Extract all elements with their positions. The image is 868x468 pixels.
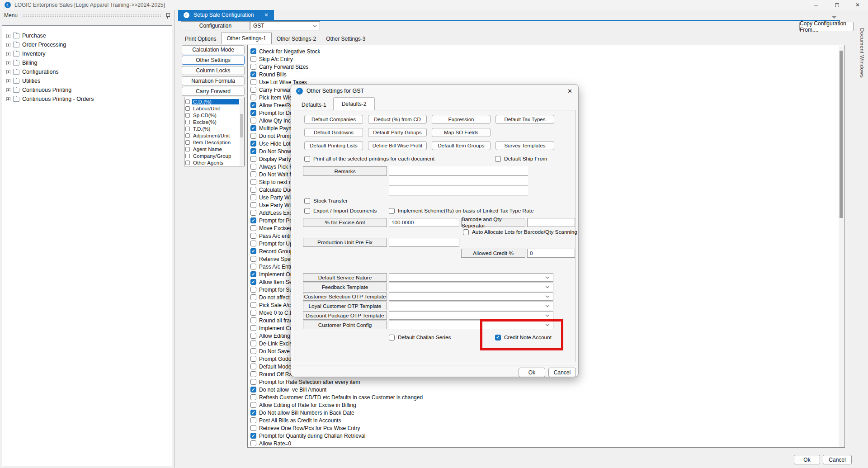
remarks-input-3[interactable]	[389, 186, 528, 195]
default-challan-series-checkbox-row[interactable]: Default Challan Series	[389, 334, 451, 340]
checkbox[interactable]	[250, 256, 256, 262]
production-prefix-input[interactable]	[389, 238, 459, 247]
tree-item[interactable]: Purchase	[6, 31, 172, 40]
carry-list-item[interactable]: Item Description	[185, 139, 239, 146]
carry-list-item[interactable]: Adjustment/Unit	[185, 132, 239, 139]
modal-action-button[interactable]: Default Party Groups	[368, 128, 427, 137]
checklist-row[interactable]: Prompt for Quantity during Challan Retri…	[250, 432, 837, 440]
scrollbar-thumb[interactable]	[840, 51, 843, 218]
checkbox[interactable]	[185, 127, 190, 131]
checkbox[interactable]	[250, 310, 256, 316]
carry-list-item[interactable]: C.D.(%)	[185, 98, 239, 105]
ok-button[interactable]: Ok	[794, 455, 820, 464]
carry-list-item[interactable]: Other Agents	[185, 159, 239, 166]
modal-action-button[interactable]: Define Bill Wise Profit	[368, 141, 427, 150]
maximize-button[interactable]	[826, 0, 847, 10]
carry-list-item[interactable]: Excise(%)	[185, 118, 239, 125]
side-button[interactable]: Carry Forward	[182, 87, 245, 96]
expand-plus-icon[interactable]	[6, 88, 10, 92]
checklist-row[interactable]: Allow Rate=0	[250, 440, 837, 447]
checkbox[interactable]	[250, 56, 256, 62]
checklist-row[interactable]: Skip A/c Entry	[250, 55, 837, 63]
default-ship-from-checkbox-row[interactable]: Default Ship From	[495, 156, 547, 162]
combo-select[interactable]	[389, 273, 553, 282]
expand-plus-icon[interactable]	[6, 52, 10, 56]
checklist-row[interactable]: Do not allow -ve Bill Amount	[250, 386, 837, 393]
checklist-row[interactable]: Retrieve One Row/Pcs for Pcs Wise Entry	[250, 424, 837, 432]
side-button[interactable]: Column Locks	[182, 66, 245, 75]
checkbox[interactable]	[250, 133, 256, 139]
stock-transfer-checkbox-row[interactable]: Stock Transfer	[304, 198, 348, 204]
tree-item[interactable]: Continuous Printing - Orders	[6, 95, 172, 104]
settings-tab[interactable]: Other Settings-3	[321, 34, 370, 44]
carry-list-item[interactable]: Labour/Unit	[185, 105, 239, 112]
combo-select[interactable]	[389, 292, 553, 301]
expand-plus-icon[interactable]	[6, 43, 10, 47]
excise-amt-input[interactable]: 100.0000	[389, 218, 459, 227]
checkbox[interactable]	[185, 120, 190, 124]
checkbox[interactable]	[250, 110, 256, 116]
side-button[interactable]: Narration Formula	[182, 76, 245, 85]
checkbox[interactable]	[250, 48, 256, 54]
checkbox[interactable]	[250, 125, 256, 131]
settings-tab[interactable]: Other Settings-2	[272, 34, 321, 44]
checkbox[interactable]	[250, 302, 256, 308]
cancel-button[interactable]: Cancel	[823, 455, 852, 464]
carry-list-item[interactable]: T.D.(%)	[185, 125, 239, 132]
checkbox[interactable]	[250, 141, 256, 147]
checklist-scrollbar[interactable]	[839, 46, 844, 447]
checklist-row[interactable]: Do Not allow Bill Numbers in Back Date	[250, 409, 837, 416]
checkbox[interactable]	[250, 248, 256, 254]
checkbox[interactable]	[250, 241, 256, 246]
checkbox[interactable]	[185, 147, 190, 151]
checklist-row[interactable]: Carry Forward Sizes	[250, 63, 837, 71]
copy-configuration-button[interactable]: Copy Configuration From....	[799, 22, 854, 31]
modal-action-button[interactable]: Default Godowns	[304, 128, 363, 137]
checkbox[interactable]	[250, 95, 256, 100]
print-all-checkbox-row[interactable]: Print all of the selected printings for …	[304, 156, 434, 162]
export-import-checkbox-row[interactable]: Export / Import Documents	[304, 208, 377, 214]
checkbox[interactable]	[250, 187, 256, 193]
tab-overflow-chevron-icon[interactable]	[832, 16, 836, 19]
carry-list-scrollbar[interactable]	[240, 98, 244, 165]
tree-item[interactable]: Billing	[6, 58, 172, 67]
expand-plus-icon[interactable]	[6, 70, 10, 74]
settings-tab[interactable]: Other Settings-1	[221, 33, 271, 44]
tree-item[interactable]: Utilities	[6, 76, 172, 85]
checkbox[interactable]	[250, 410, 256, 416]
checkbox[interactable]	[250, 417, 256, 423]
checkbox[interactable]	[250, 440, 256, 446]
tree-item[interactable]: Configurations	[6, 67, 172, 76]
checkbox[interactable]	[250, 325, 256, 331]
checkbox[interactable]	[250, 294, 256, 300]
settings-tab[interactable]: Print Options	[180, 34, 221, 44]
dialog-ok-button[interactable]: Ok	[519, 368, 545, 377]
minimize-button[interactable]	[806, 0, 826, 10]
checkbox[interactable]	[250, 148, 256, 154]
checkbox[interactable]	[250, 194, 256, 200]
checkbox[interactable]	[250, 225, 256, 231]
expand-plus-icon[interactable]	[6, 97, 10, 101]
carry-list-item[interactable]: Company/Group	[185, 152, 239, 159]
checkbox[interactable]	[250, 202, 256, 208]
modal-action-button[interactable]: Deduct (%) from CD	[368, 115, 427, 124]
checkbox[interactable]	[185, 99, 190, 104]
checkbox[interactable]	[495, 156, 501, 162]
checkbox[interactable]	[250, 279, 256, 285]
checkbox[interactable]	[250, 333, 256, 339]
modal-action-button[interactable]: Default Companies	[304, 115, 363, 124]
barcode-seperator-input[interactable]	[527, 218, 575, 227]
document-windows-tab[interactable]: Document Windows	[859, 28, 865, 78]
checkbox[interactable]	[250, 271, 256, 277]
checkbox[interactable]	[250, 356, 256, 362]
checkbox[interactable]	[304, 156, 310, 162]
checkbox[interactable]	[250, 425, 256, 431]
checkbox[interactable]	[185, 133, 190, 138]
checkbox[interactable]	[389, 208, 395, 214]
modal-action-button[interactable]: Map SO Fields	[432, 128, 491, 137]
checklist-row[interactable]: Prompt for Rate Selection after every it…	[250, 378, 837, 386]
close-button[interactable]: ✕	[847, 0, 868, 10]
checkbox[interactable]	[250, 264, 256, 269]
checkbox[interactable]	[250, 387, 256, 392]
dialog-cancel-button[interactable]: Cancel	[548, 368, 576, 377]
